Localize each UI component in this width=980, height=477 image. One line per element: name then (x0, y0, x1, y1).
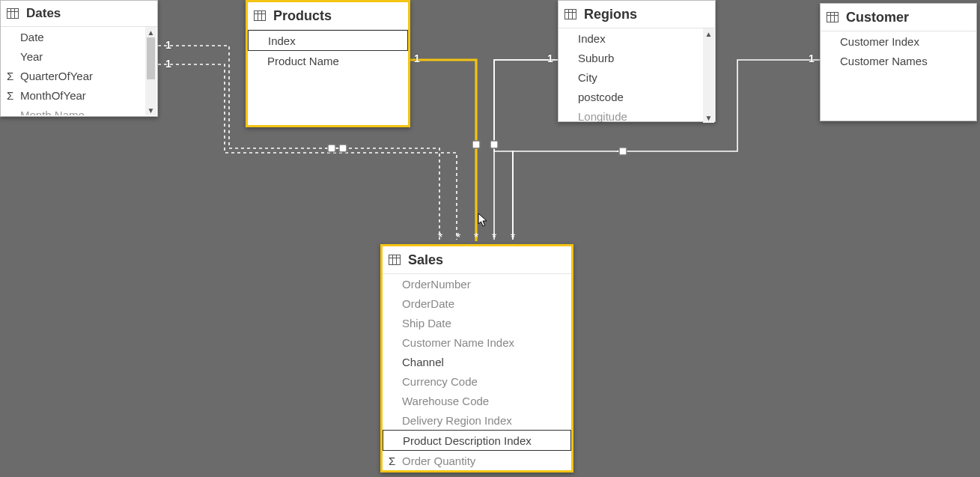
relationship-handle[interactable] (490, 141, 499, 149)
field-label: Delivery Region Index (402, 414, 512, 427)
table-title: Customer (846, 10, 909, 25)
field-longitude[interactable]: Longitude (559, 106, 715, 123)
table-sales[interactable]: Sales OrderNumber OrderDate Ship Date Cu… (380, 244, 573, 473)
field-postcode[interactable]: postcode (559, 87, 715, 106)
field-label: Product Description Index (403, 434, 532, 447)
field-label: Index (578, 32, 606, 45)
field-label: Product Name (267, 55, 339, 67)
table-products[interactable]: Products Index Product Name (246, 0, 410, 127)
field-index[interactable]: Index (559, 28, 715, 48)
table-icon (254, 10, 266, 21)
table-dates[interactable]: Dates Date Year ΣQuarterOfYear ΣMonthOfY… (0, 0, 158, 117)
sigma-icon: Σ (389, 455, 402, 467)
field-label: Channel (402, 356, 444, 368)
field-label: Currency Code (402, 375, 478, 388)
field-label: Order Quantity (402, 455, 475, 467)
table-customer[interactable]: Customer Customer Index Customer Names (820, 3, 977, 121)
field-product-description-index[interactable]: Product Description Index (383, 430, 571, 451)
field-warehouse-code[interactable]: Warehouse Code (383, 391, 571, 410)
table-header[interactable]: Dates (1, 1, 157, 27)
cardinality-many-label: * (511, 232, 515, 244)
table-icon (564, 9, 576, 19)
table-title: Products (273, 8, 332, 24)
field-order-quantity[interactable]: ΣOrder Quantity (383, 451, 571, 470)
scrollbar[interactable]: ▲ ▼ (145, 27, 156, 115)
field-label: OrderNumber (402, 278, 471, 291)
field-label: Warehouse Code (402, 395, 489, 407)
cardinality-many-label: * (474, 232, 478, 244)
table-header[interactable]: Customer (821, 4, 976, 31)
cardinality-one-label: 1 (165, 39, 171, 51)
field-label: Customer Names (840, 55, 928, 67)
field-label: Customer Index (840, 35, 919, 48)
scroll-down-icon[interactable]: ▼ (703, 112, 714, 123)
scroll-up-icon[interactable]: ▲ (703, 28, 714, 39)
field-label: postcode (578, 91, 624, 103)
field-monthofyear[interactable]: ΣMonthOfYear (1, 85, 157, 105)
field-label: Ship Date (402, 317, 451, 329)
scroll-thumb[interactable] (147, 37, 155, 79)
table-header[interactable]: Regions (559, 1, 715, 28)
table-regions[interactable]: Regions Index Suburb City postcode Longi… (558, 0, 716, 122)
cardinality-many-label: * (438, 232, 442, 244)
table-title: Regions (584, 7, 637, 22)
field-ordernumber[interactable]: OrderNumber (383, 274, 571, 294)
table-icon (7, 8, 19, 19)
scroll-up-icon[interactable]: ▲ (145, 27, 156, 37)
field-shipdate[interactable]: Ship Date (383, 313, 571, 332)
field-monthname[interactable]: Month Name (1, 105, 157, 115)
field-label: OrderDate (402, 297, 454, 310)
relationship-handle[interactable] (339, 145, 347, 153)
field-label: Date (20, 31, 44, 43)
relationship-handle[interactable] (328, 145, 336, 153)
cardinality-many-label: * (492, 232, 496, 244)
field-delivery-region-index[interactable]: Delivery Region Index (383, 410, 571, 430)
field-customer-index[interactable]: Customer Index (821, 31, 976, 51)
cardinality-one-label: 1 (809, 52, 815, 64)
cardinality-one-label: 1 (547, 52, 553, 64)
sigma-icon: Σ (7, 89, 20, 102)
table-title: Dates (26, 6, 61, 21)
field-label: Longitude (578, 110, 627, 123)
table-header[interactable]: Products (248, 2, 408, 30)
field-customer-name-index[interactable]: Customer Name Index (383, 332, 571, 352)
scroll-down-icon[interactable]: ▼ (145, 105, 156, 115)
cardinality-one-label: 1 (414, 52, 420, 64)
cardinality-one-label: 1 (165, 58, 171, 70)
relationship-handle[interactable] (619, 148, 627, 156)
field-index[interactable]: Index (248, 30, 408, 51)
sigma-icon: Σ (7, 70, 20, 82)
cardinality-many-label: * (456, 232, 460, 244)
field-date[interactable]: Date (1, 27, 157, 46)
field-suburb[interactable]: Suburb (559, 48, 715, 67)
table-title: Sales (408, 252, 443, 268)
field-currency-code[interactable]: Currency Code (383, 371, 571, 391)
table-icon (389, 255, 401, 265)
field-label: Customer Name Index (402, 336, 514, 349)
field-year[interactable]: Year (1, 46, 157, 66)
table-icon (827, 12, 839, 22)
relationship-handle[interactable] (472, 141, 481, 149)
field-channel[interactable]: Channel (383, 352, 571, 371)
field-label: QuarterOfYear (20, 70, 93, 82)
field-label: City (578, 71, 597, 84)
mouse-cursor (478, 213, 488, 228)
field-label: Index (268, 34, 296, 47)
table-header[interactable]: Sales (383, 246, 571, 274)
field-label: Month Name (20, 109, 85, 116)
field-city[interactable]: City (559, 67, 715, 87)
scrollbar[interactable]: ▲ ▼ (703, 28, 714, 123)
field-label: Suburb (578, 52, 614, 64)
field-label: MonthOfYear (20, 89, 86, 102)
field-quarterofyear[interactable]: ΣQuarterOfYear (1, 66, 157, 85)
field-label: Year (20, 50, 43, 63)
field-product-name[interactable]: Product Name (248, 51, 408, 70)
field-customer-names[interactable]: Customer Names (821, 51, 976, 70)
field-orderdate[interactable]: OrderDate (383, 294, 571, 313)
